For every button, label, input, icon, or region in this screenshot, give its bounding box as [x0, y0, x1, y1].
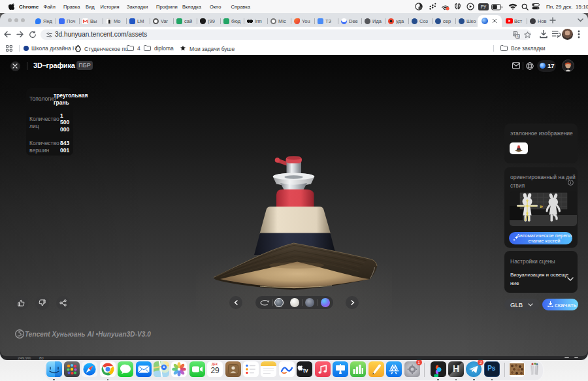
svg-text:tv: tv [303, 367, 308, 374]
svg-text:»: » [540, 203, 543, 210]
